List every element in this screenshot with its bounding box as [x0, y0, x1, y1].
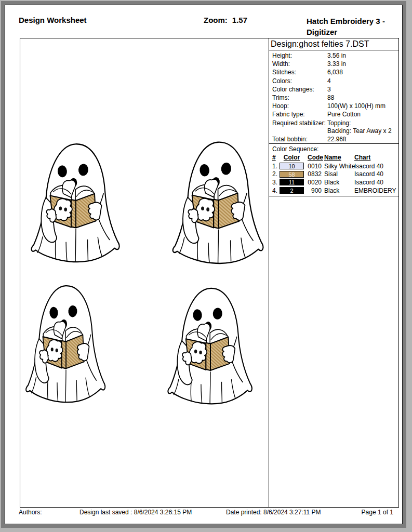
property-row-hoop: Hoop:100(W) x 100(H) mm — [269, 102, 398, 110]
thread-color-swatch: 2 — [280, 187, 304, 194]
property-row-height: Height:3.56 in — [269, 51, 398, 60]
thread-color-swatch: 11 — [280, 179, 304, 185]
authors-label: Authors: — [19, 509, 42, 516]
date-printed-text: Date printed: 8/6/2024 3:27:11 PM — [226, 509, 321, 516]
page-number: Page 1 of 1 — [362, 509, 393, 516]
design-info-panel: Design:ghost felties 7.DST Height:3.56 i… — [269, 38, 399, 508]
app-title-line2: Digitizer — [307, 26, 399, 37]
property-row-color-changes: Color changes:3 — [269, 85, 398, 94]
property-row-stitches: Stitches:6,038 — [269, 68, 398, 76]
app-title-line1: Hatch Embroidery 3 - — [307, 16, 399, 26]
ghost-design-1 — [29, 137, 123, 265]
property-row-stabilizer: Required stabilizer:Topping:Backing: Tea… — [269, 119, 398, 135]
design-preview-canvas — [20, 38, 269, 508]
color-sequence-section: Color Sequence: # Color Code Name Chart … — [269, 143, 398, 197]
thread-color-swatch: 10 — [280, 163, 304, 169]
ghost-design-4 — [166, 281, 255, 407]
zoom-indicator: Zoom:1.57 — [204, 16, 247, 24]
ghost-design-3 — [24, 278, 108, 406]
zoom-label: Zoom: — [204, 16, 228, 24]
design-filename: Design:ghost felties 7.DST — [269, 38, 398, 50]
color-sequence-row: 1. 10 0010 Silky White Isacord 40 — [269, 162, 398, 170]
color-sequence-row: 2. 58 0832 Sisal Isacord 40 — [269, 170, 398, 178]
last-saved-text: Design last saved : 8/6/2024 3:26:15 PM — [79, 509, 192, 516]
color-sequence-row: 4. 2 900 Black EMBROIDERY — [269, 187, 398, 195]
color-sequence-header: # Color Code Name Chart — [269, 153, 398, 162]
app-title: Hatch Embroidery 3 - Digitizer — [307, 16, 399, 37]
property-row-bobbin: Total bobbin:22.96ft — [269, 135, 398, 143]
worksheet-page: Design Worksheet Zoom:1.57 Hatch Embroid… — [5, 5, 403, 524]
design-properties: Height:3.56 in Width:3.33 in Stitches:6,… — [269, 50, 398, 143]
zoom-value: 1.57 — [232, 16, 247, 24]
color-sequence-row: 3. 11 0020 Black Isacord 40 — [269, 178, 398, 187]
ghost-design-2 — [170, 135, 267, 267]
property-row-fabric: Fabric type:Pure Cotton — [269, 110, 398, 118]
property-row-colors: Colors:4 — [269, 77, 398, 85]
thread-color-swatch: 58 — [280, 171, 304, 178]
property-row-trims: Trims:88 — [269, 94, 398, 102]
color-sequence-label: Color Sequence: — [269, 145, 398, 153]
property-row-width: Width:3.33 in — [269, 60, 398, 68]
page-title: Design Worksheet — [19, 16, 87, 24]
